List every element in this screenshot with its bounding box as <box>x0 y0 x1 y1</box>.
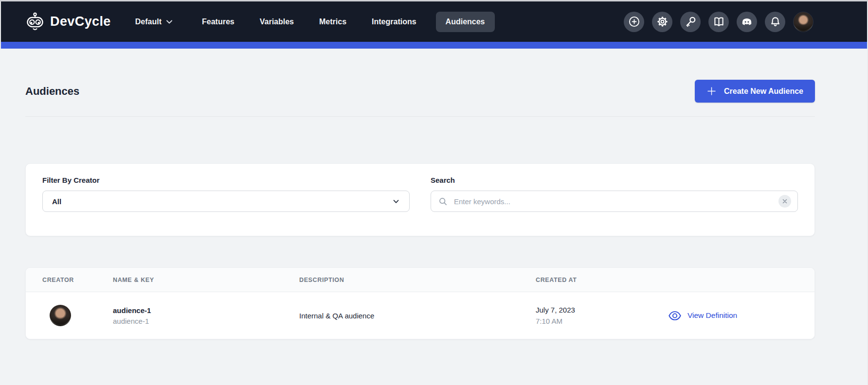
chevron-down-icon <box>392 198 400 205</box>
description-cell: Internal & QA audience <box>299 312 536 320</box>
creator-avatar <box>50 305 71 326</box>
api-keys-button[interactable] <box>680 12 701 32</box>
clear-search-button[interactable] <box>778 195 791 208</box>
devcycle-robot-logo-icon <box>25 11 45 33</box>
creator-filter-label: Filter By Creator <box>42 176 410 184</box>
settings-button[interactable] <box>652 12 672 32</box>
search-icon <box>438 196 448 207</box>
creator-filter-group: Filter By Creator All <box>42 176 410 236</box>
project-dropdown-value: Default <box>135 18 162 26</box>
column-header-creator: CREATOR <box>42 277 113 283</box>
chevron-down-icon <box>166 19 173 25</box>
eye-icon <box>669 311 681 321</box>
nav-item-features[interactable]: Features <box>202 18 235 26</box>
creator-filter-select[interactable]: All <box>42 191 410 212</box>
navbar-actions <box>624 12 814 32</box>
primary-nav: Features Variables Metrics Integrations … <box>202 12 489 32</box>
search-group: Search <box>431 176 798 236</box>
audience-name: audience-1 <box>113 306 299 315</box>
created-date: July 7, 2023 <box>536 306 669 314</box>
search-input[interactable] <box>454 197 773 206</box>
create-new-audience-button[interactable]: Create New Audience <box>695 80 815 103</box>
search-field <box>431 191 798 212</box>
view-definition-link[interactable]: View Definition <box>669 311 814 321</box>
page-title: Audiences <box>25 85 79 98</box>
window-left-edge <box>0 1 1 49</box>
window-top-edge <box>0 0 868 1</box>
search-label: Search <box>431 176 798 184</box>
creator-filter-value: All <box>52 197 61 206</box>
settings-gear-icon <box>656 16 669 28</box>
created-time: 7:10 AM <box>536 317 669 325</box>
main-content: Audiences Create New Audience Filter By … <box>25 80 815 339</box>
view-definition-label: View Definition <box>687 311 737 320</box>
user-avatar[interactable] <box>793 12 814 32</box>
audiences-table: CREATOR NAME & KEY DESCRIPTION CREATED A… <box>25 267 815 339</box>
audience-key: audience-1 <box>113 317 299 325</box>
nav-item-metrics[interactable]: Metrics <box>319 18 346 26</box>
notifications-bell-icon <box>769 16 781 28</box>
project-dropdown[interactable]: Default <box>135 18 173 26</box>
creator-cell <box>42 305 113 326</box>
column-header-created-at: CREATED AT <box>536 277 669 283</box>
nav-item-variables[interactable]: Variables <box>260 18 294 26</box>
plus-icon <box>706 86 717 96</box>
filter-panel: Filter By Creator All Search <box>25 163 815 236</box>
nav-item-audiences[interactable]: Audiences <box>436 12 495 32</box>
top-navbar: DevCycle Default Features Variables Metr… <box>0 1 868 42</box>
page-header: Audiences Create New Audience <box>25 80 815 103</box>
add-circle-icon <box>628 16 640 28</box>
column-header-description: DESCRIPTION <box>299 277 536 283</box>
create-button-label: Create New Audience <box>724 87 803 96</box>
name-key-cell: audience-1 audience-1 <box>113 306 299 325</box>
header-divider <box>25 116 815 117</box>
api-key-icon <box>685 16 697 28</box>
accent-bar <box>0 42 868 49</box>
nav-item-integrations[interactable]: Integrations <box>372 18 416 26</box>
table-header-row: CREATOR NAME & KEY DESCRIPTION CREATED A… <box>26 268 814 292</box>
discord-icon <box>741 16 753 28</box>
actions-cell: View Definition <box>669 311 814 321</box>
created-at-cell: July 7, 2023 7:10 AM <box>536 306 669 325</box>
discord-button[interactable] <box>737 12 757 32</box>
table-row: audience-1 audience-1 Internal & QA audi… <box>26 292 814 339</box>
close-icon <box>782 199 787 204</box>
documentation-button[interactable] <box>708 12 729 32</box>
notifications-button[interactable] <box>765 12 785 32</box>
add-circle-button[interactable] <box>624 12 644 32</box>
column-header-name-key: NAME & KEY <box>113 277 299 283</box>
devcycle-brand[interactable]: DevCycle <box>25 11 111 33</box>
brand-name: DevCycle <box>50 14 111 29</box>
audience-description: Internal & QA audience <box>299 312 536 320</box>
docs-book-icon <box>713 16 725 28</box>
